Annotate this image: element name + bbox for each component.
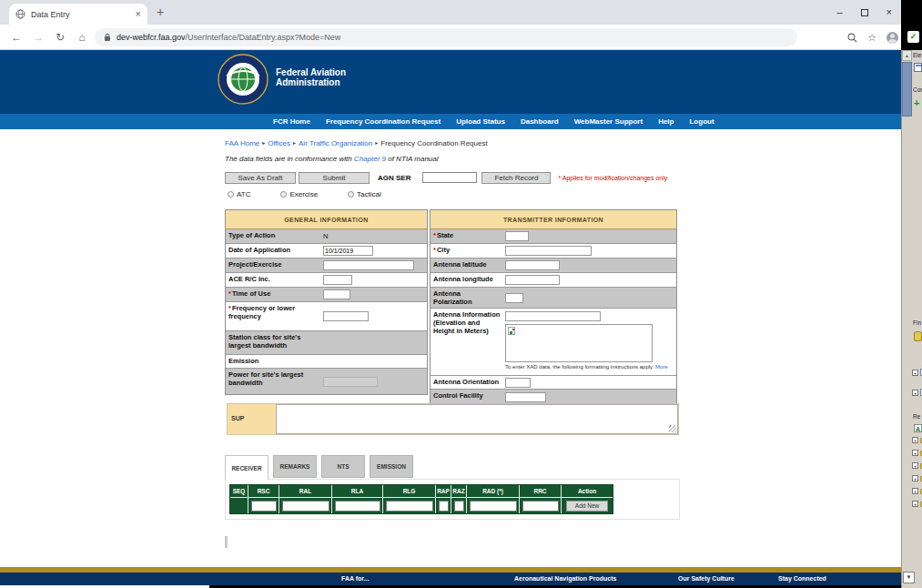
field-input-control-facility[interactable] [505,392,546,402]
footer-link-aeronautical-navigation-products[interactable]: Aeronautical Navigation Products [514,575,616,582]
bookmark-star-icon[interactable]: ☆ [867,32,876,44]
scrollbar-down-icon[interactable]: ▼ [903,572,915,583]
nav-item-fcr-home[interactable]: FCR Home [273,117,310,126]
profile-avatar[interactable] [887,32,898,44]
field-input-antenna-polarization[interactable] [505,293,523,303]
antenna-info-textarea[interactable] [505,324,653,362]
scrollbar-up-icon[interactable]: ▲ [902,50,912,61]
tree-folder-item[interactable]: + [912,450,922,456]
nav-item-frequency-coordination-request[interactable]: Frequency Coordination Request [326,117,441,126]
forward-icon[interactable]: → [27,31,49,44]
radio-tactical[interactable]: Tactical [348,190,381,198]
field-input-date-of-application[interactable] [323,246,373,256]
radio-button-icon[interactable] [228,191,234,198]
receiver-table-row: Add New [230,497,613,513]
nav-item-dashboard[interactable]: Dashboard [521,117,559,126]
more-link[interactable]: More [655,364,668,370]
footer-link-our-safety-culture[interactable]: Our Safety Culture [678,575,735,582]
expand-plus-icon[interactable]: + [912,488,918,494]
tab-close-icon[interactable]: × [136,9,141,19]
field-input-frequency-or-lower-frequency[interactable] [323,311,369,321]
field-input-antenna-longitude[interactable] [505,275,560,285]
lock-icon [104,33,111,42]
address-bar[interactable]: dev-webfcr.faa.gov/UserInterface/DataEnt… [95,28,797,46]
antenna-info-input[interactable] [505,311,601,321]
field-input-antenna-orientation[interactable] [505,378,531,388]
expand-plus-icon[interactable]: + [912,450,918,456]
tree-folder-item[interactable]: + [912,501,922,507]
add-plus-icon[interactable]: + [914,97,919,108]
expand-plus-icon[interactable]: + [912,437,918,443]
taskbar-check-icon[interactable]: ✓ [907,31,919,43]
radio-button-icon[interactable] [348,191,354,198]
back-icon[interactable]: ← [5,31,27,44]
grid-input-rad[interactable] [470,501,517,512]
expand-plus-icon[interactable]: + [912,370,918,376]
minimize-button[interactable]: – [836,7,842,17]
tab-receiver[interactable]: RECEIVER [225,455,268,480]
home-icon[interactable]: ⌂ [71,31,93,44]
radio-exercise[interactable]: Exercise [280,190,318,198]
nav-item-webmaster-support[interactable]: WebMaster Support [574,117,643,126]
footer-link-stay-connected[interactable]: Stay Connected [778,575,826,582]
scrollbar-thumb[interactable] [902,62,912,117]
field-input-time-of-use[interactable] [323,289,350,299]
expand-plus-icon[interactable]: + [912,462,918,469]
breadcrumb-link-faa-home[interactable]: FAA Home [225,139,259,147]
grid-input-rlg[interactable] [386,501,433,512]
grid-input-ral[interactable] [282,501,329,512]
tree-folder-item[interactable]: + [912,488,922,494]
nav-item-upload-status[interactable]: Upload Status [456,117,505,126]
new-tab-button[interactable]: + [157,5,164,19]
submit-button[interactable]: Submit [299,172,370,184]
breadcrumb-link-offices[interactable]: Offices [268,139,290,147]
save-as-draft-button[interactable]: Save As Draft [225,172,296,184]
agn-ser-input[interactable] [422,172,477,183]
reload-icon[interactable]: ↻ [49,31,71,44]
radio-button-icon[interactable] [280,191,287,198]
tree-folder-item[interactable]: + [912,475,922,482]
nav-item-logout[interactable]: Logout [689,117,714,126]
radio-atc[interactable]: ATC [228,190,250,198]
tree-item[interactable]: + [912,369,922,376]
grid-input-rla[interactable] [335,501,380,512]
expand-plus-icon[interactable]: + [912,501,918,507]
field-input-project-exercise[interactable] [323,260,414,270]
browser-tab[interactable]: Data Entry × [9,4,147,25]
maximize-button[interactable] [861,9,868,16]
column-header-rla: RLA [332,485,383,497]
tree-folder-item[interactable]: + [912,462,922,469]
close-button[interactable]: × [887,7,892,17]
expand-plus-icon[interactable]: + [912,475,918,482]
add-new-button[interactable]: Add New [566,501,608,512]
grid-input-rrc[interactable] [522,501,559,512]
field-input-city[interactable] [505,246,592,256]
expand-plus-icon[interactable]: + [912,390,918,396]
tree-item[interactable]: + [912,389,922,396]
field-input-antenna-latitude[interactable] [505,260,560,270]
resize-handle-icon[interactable] [669,425,676,432]
chapter9-link[interactable]: Chapter 9 [354,155,386,163]
report-a-icon[interactable]: A [914,424,922,432]
tree-folder-item[interactable]: + [912,437,922,443]
grid-input-rap[interactable] [439,501,449,512]
document-icon[interactable] [914,63,922,72]
required-asterisk: * [433,231,436,239]
tab-remarks[interactable]: REMARKS [273,455,317,478]
field-input-state[interactable] [505,231,529,241]
footer-link-faa-for[interactable]: FAA for... [341,575,369,582]
grid-input-rsc[interactable] [251,501,277,512]
database-icon[interactable] [914,331,922,341]
grid-input-raz[interactable] [454,501,464,512]
form-row-antenna-polarization: Antenna Polarization [431,288,676,309]
agency-line2: Administration [276,77,346,87]
fetch-record-button[interactable]: Fetch Record [481,172,551,184]
tab-emission[interactable]: EMISSION [370,455,413,478]
tab-nts[interactable]: NTS [321,455,365,478]
nav-item-help[interactable]: Help [658,117,674,126]
field-input-ace-r-c-inc[interactable] [323,275,352,285]
sup-textarea[interactable] [276,404,678,434]
required-asterisk: * [228,304,231,312]
breadcrumb-link-air-traffic-organization[interactable]: Air Traffic Organization [299,139,372,147]
zoom-search-icon[interactable] [847,33,857,43]
